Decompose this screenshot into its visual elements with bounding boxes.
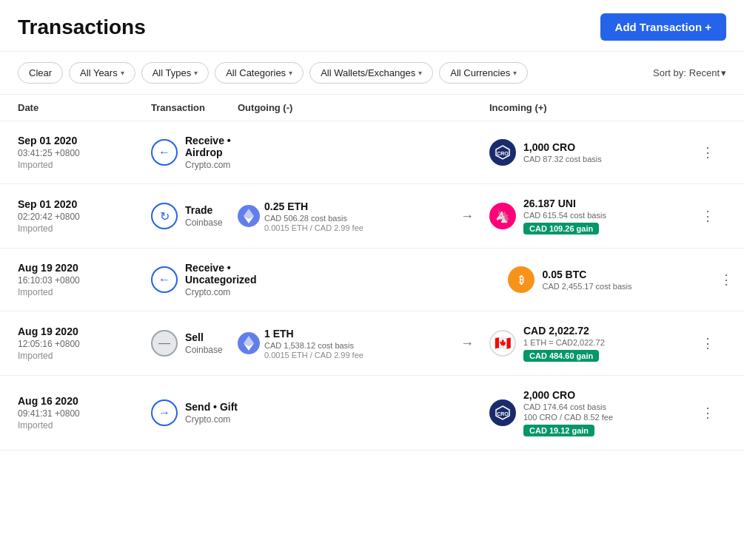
categories-filter-button[interactable]: All Categories ▾ <box>215 62 304 84</box>
table-row: Aug 19 2020 16:10:03 +0800 Imported ← Re… <box>0 249 744 311</box>
imported-label: Imported <box>18 160 151 170</box>
incoming-col: CRO 2,000 CRO CAD 174.64 cost basis 100 … <box>489 389 697 436</box>
incoming-col: 🇨🇦 CAD 2,022.72 1 ETH = CAD2,022.72 CAD … <box>489 325 697 362</box>
date-col: Aug 19 2020 16:10:03 +0800 Imported <box>18 262 151 297</box>
more-options-button[interactable]: ⋮ <box>697 205 719 227</box>
more-col: ⋮ <box>715 269 744 291</box>
wallets-filter-button[interactable]: All Wallets/Exchanges ▾ <box>309 62 433 84</box>
cro-coin-icon: CRO <box>489 139 516 166</box>
transaction-name: Trade <box>185 204 223 216</box>
transaction-time: 09:41:31 +0800 <box>18 408 151 419</box>
receive-icon: ← <box>151 266 178 293</box>
more-options-button[interactable]: ⋮ <box>697 141 719 163</box>
table-row: Sep 01 2020 02:20:42 +0800 Imported ↻ Tr… <box>0 184 744 249</box>
transaction-time: 12:05:16 +0800 <box>18 339 151 349</box>
sell-icon: — <box>151 330 178 357</box>
incoming-col: CRO 1,000 CRO CAD 87.32 cost basis <box>489 139 697 166</box>
incoming-amount: 1,000 CRO <box>523 141 602 153</box>
sort-value-button[interactable]: Recent ▾ <box>689 67 726 78</box>
incoming-sub: CAD 615.54 cost basis <box>523 211 606 220</box>
outgoing-fee: 0.0015 ETH / CAD 2.99 fee <box>264 351 363 360</box>
incoming-amount: CAD 2,022.72 <box>523 325 605 337</box>
date-col: Sep 01 2020 02:20:42 +0800 Imported <box>18 198 151 234</box>
chevron-down-icon: ▾ <box>418 69 422 77</box>
date-col: Sep 01 2020 03:41:25 +0800 Imported <box>18 135 151 170</box>
incoming-sub: 1 ETH = CAD2,022.72 <box>523 338 605 347</box>
table-row: Aug 16 2020 09:41:31 +0800 Imported → Se… <box>0 376 744 451</box>
transaction-info-col: ← Receive • Uncategorized Crypto.com <box>151 262 256 297</box>
more-col: ⋮ <box>697 141 726 163</box>
outgoing-amount: 0.25 ETH <box>264 200 363 212</box>
transaction-time: 16:10:03 +0800 <box>18 275 151 286</box>
transaction-info-col: ← Receive • Airdrop Crypto.com <box>151 135 238 170</box>
outgoing-col: 1 ETH CAD 1,538.12 cost basis 0.0015 ETH… <box>238 328 445 360</box>
transaction-name: Receive • Airdrop <box>185 135 238 158</box>
cro-coin-icon: CRO <box>489 399 516 426</box>
outgoing-sub: CAD 506.28 cost basis <box>264 214 363 223</box>
outgoing-sub: CAD 1,538.12 cost basis <box>264 341 363 350</box>
incoming-sub: CAD 2,455.17 cost basis <box>542 282 631 291</box>
transaction-source: Coinbase <box>185 345 223 355</box>
chevron-down-icon: ▾ <box>121 69 124 77</box>
transaction-time: 02:20:42 +0800 <box>18 212 151 222</box>
imported-label: Imported <box>18 420 151 431</box>
transaction-date: Sep 01 2020 <box>18 198 151 210</box>
arrow-icon: → <box>445 209 489 224</box>
incoming-amount: 0.05 BTC <box>542 269 631 280</box>
svg-text:CRO: CRO <box>497 411 509 416</box>
uni-coin-icon: 🦄 <box>489 203 516 229</box>
eth-coin-icon <box>238 332 260 354</box>
add-transaction-button[interactable]: Add Transaction + <box>600 13 726 41</box>
svg-text:CRO: CRO <box>497 151 509 156</box>
receive-icon: ← <box>151 139 178 166</box>
chevron-down-icon: ▾ <box>194 69 198 77</box>
outgoing-fee: 0.0015 ETH / CAD 2.99 fee <box>264 223 363 232</box>
transaction-date: Aug 19 2020 <box>18 262 151 274</box>
transaction-info-col: ↻ Trade Coinbase <box>151 203 238 229</box>
col-date-header: Date <box>18 102 151 113</box>
btc-coin-icon: ₿ <box>508 266 534 293</box>
col-transaction-header: Transaction <box>151 102 238 113</box>
filter-bar: Clear All Years ▾ All Types ▾ All Catego… <box>0 52 744 95</box>
chevron-down-icon: ▾ <box>289 69 292 77</box>
transaction-info-col: — Sell Coinbase <box>151 330 238 357</box>
table-row: Sep 01 2020 03:41:25 +0800 Imported ← Re… <box>0 121 744 184</box>
currencies-filter-button[interactable]: All Currencies ▾ <box>439 62 528 84</box>
trade-icon: ↻ <box>151 203 178 229</box>
transaction-date: Sep 01 2020 <box>18 135 151 146</box>
imported-label: Imported <box>18 223 151 234</box>
transaction-source: Crypto.com <box>185 414 238 425</box>
incoming-col: ₿ 0.05 BTC CAD 2,455.17 cost basis <box>508 266 715 293</box>
incoming-amount: 2,000 CRO <box>523 389 613 401</box>
imported-label: Imported <box>18 287 151 297</box>
cad-flag-icon: 🇨🇦 <box>489 330 516 357</box>
more-options-button[interactable]: ⋮ <box>715 269 737 291</box>
imported-label: Imported <box>18 351 151 361</box>
types-filter-button[interactable]: All Types ▾ <box>141 62 210 84</box>
incoming-sub: CAD 87.32 cost basis <box>523 155 602 163</box>
transaction-name: Receive • Uncategorized <box>185 262 256 286</box>
transaction-date: Aug 16 2020 <box>18 395 151 407</box>
outgoing-amount: 1 ETH <box>264 328 363 340</box>
sort-control: Sort by: Recent ▾ <box>653 67 726 78</box>
page-title: Transactions <box>18 16 146 39</box>
more-col: ⋮ <box>697 205 726 227</box>
more-options-button[interactable]: ⋮ <box>697 402 719 424</box>
gain-badge: CAD 109.26 gain <box>523 223 599 235</box>
years-filter-button[interactable]: All Years ▾ <box>69 62 135 84</box>
incoming-amount: 26.187 UNI <box>523 198 606 209</box>
more-col: ⋮ <box>697 402 726 424</box>
transaction-time: 03:41:25 +0800 <box>18 148 151 158</box>
clear-filter-button[interactable]: Clear <box>18 62 63 84</box>
transaction-source: Coinbase <box>185 217 223 228</box>
chevron-down-icon: ▾ <box>721 67 726 78</box>
more-col: ⋮ <box>697 332 726 354</box>
transaction-date: Aug 19 2020 <box>18 325 151 337</box>
outgoing-col: 0.25 ETH CAD 506.28 cost basis 0.0015 ET… <box>238 200 445 232</box>
incoming-extra: 100 CRO / CAD 8.52 fee <box>523 413 613 422</box>
incoming-sub: CAD 174.64 cost basis <box>523 402 613 411</box>
more-options-button[interactable]: ⋮ <box>697 332 719 354</box>
col-outgoing-header: Outgoing (-) <box>238 102 445 113</box>
transaction-name: Sell <box>185 331 223 343</box>
gain-badge: CAD 484.60 gain <box>523 350 599 362</box>
